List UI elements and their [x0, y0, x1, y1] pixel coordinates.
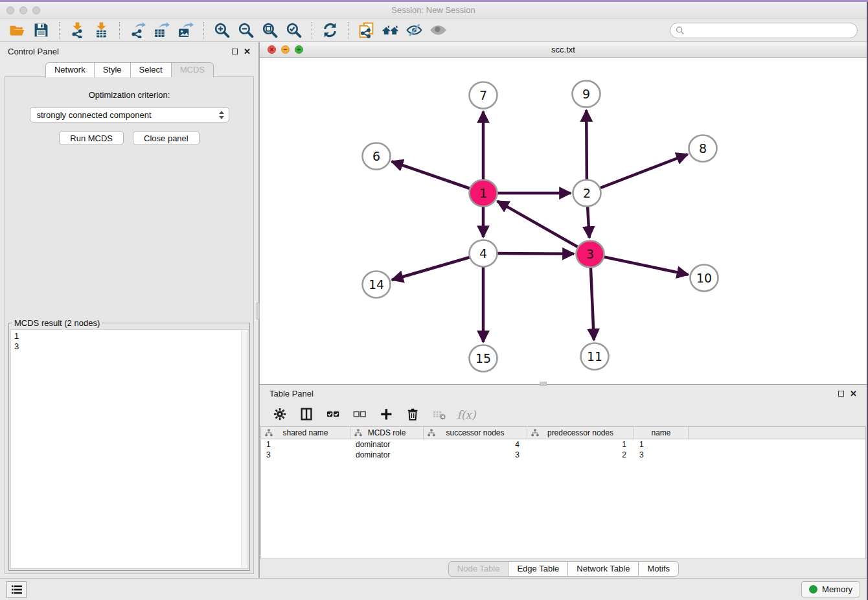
- table-panel-title: Table Panel: [269, 389, 314, 398]
- table-tab-motifs[interactable]: Motifs: [638, 561, 679, 577]
- table-tab-network-table[interactable]: Network Table: [567, 561, 639, 577]
- close-table-panel-icon[interactable]: ✕: [850, 389, 857, 398]
- search-input[interactable]: [685, 24, 857, 37]
- toolbar-group: [210, 21, 306, 40]
- column-header-shared-name[interactable]: shared name: [261, 427, 350, 439]
- node-7[interactable]: 7: [470, 82, 497, 109]
- control-panel-tabs: NetworkStyleSelectMCDS: [0, 62, 258, 77]
- cell-MCDS-role[interactable]: dominator: [350, 439, 424, 450]
- add-row-button[interactable]: [378, 406, 395, 423]
- run-mcds-button[interactable]: Run MCDS: [59, 131, 124, 145]
- deselect-all-button[interactable]: [352, 406, 369, 423]
- export-network-button[interactable]: [126, 21, 150, 40]
- column-header-successor-nodes[interactable]: successor nodes: [424, 427, 527, 439]
- search-box[interactable]: [670, 23, 858, 38]
- splitter-handle[interactable]: [257, 303, 260, 319]
- control-tab-select[interactable]: Select: [130, 62, 172, 77]
- network-window: × − + scc.txt 1234678910111415: [260, 42, 867, 385]
- node-label: 15: [475, 351, 491, 365]
- delete-row-button[interactable]: [405, 406, 422, 423]
- cell-shared-name[interactable]: 1: [261, 439, 350, 450]
- toolbar-separator: [119, 22, 120, 39]
- column-header-name[interactable]: name: [634, 427, 689, 439]
- node-3[interactable]: 3: [577, 241, 604, 268]
- column-header-filler: [689, 427, 865, 439]
- node-1[interactable]: 1: [470, 180, 497, 207]
- edge-3-1[interactable]: [497, 201, 590, 254]
- close-panel-button[interactable]: Close panel: [133, 131, 200, 145]
- table-row[interactable]: 1dominator411: [261, 439, 865, 450]
- toolbar-group: [126, 21, 198, 40]
- zoom-out-button[interactable]: [234, 21, 258, 40]
- import-table-button[interactable]: [89, 21, 113, 40]
- mcds-result-textarea[interactable]: 1 3: [10, 329, 248, 569]
- control-tab-network[interactable]: Network: [45, 62, 95, 77]
- control-panel: Control Panel ✕ NetworkStyleSelectMCDS O…: [0, 42, 260, 578]
- criterion-select[interactable]: strongly connected component: [30, 107, 229, 122]
- cell-predecessor-nodes[interactable]: 2: [527, 450, 634, 460]
- edge-2-8[interactable]: [587, 154, 688, 193]
- node-10[interactable]: 10: [691, 265, 718, 292]
- function-builder-icon: f(x): [457, 408, 475, 421]
- select-stepper-icon: [219, 111, 224, 119]
- main-area: Control Panel ✕ NetworkStyleSelectMCDS O…: [0, 42, 867, 578]
- column-header-MCDS-role[interactable]: MCDS role: [350, 427, 424, 439]
- new-network-from-selection-button[interactable]: [354, 21, 378, 40]
- close-panel-icon[interactable]: ✕: [244, 47, 251, 56]
- split-view-button[interactable]: [299, 406, 315, 423]
- float-panel-icon[interactable]: [232, 49, 238, 54]
- table-tab-node-table[interactable]: Node Table: [448, 561, 509, 577]
- open-session-button[interactable]: [5, 21, 29, 40]
- settings-icon: [273, 408, 288, 422]
- node-14[interactable]: 14: [363, 271, 391, 298]
- zoom-in-button[interactable]: [210, 21, 234, 40]
- network-canvas[interactable]: 1234678910111415: [260, 58, 867, 384]
- show-all-button[interactable]: [426, 21, 450, 40]
- node-6[interactable]: 6: [363, 143, 391, 170]
- settings-button[interactable]: [272, 406, 289, 423]
- zoom-fit-icon: [262, 22, 278, 38]
- node-9[interactable]: 9: [573, 81, 600, 108]
- table-tab-edge-table[interactable]: Edge Table: [508, 561, 568, 577]
- column-label: successor nodes: [446, 428, 504, 437]
- import-network-button[interactable]: [65, 21, 89, 40]
- control-tab-mcds[interactable]: MCDS: [171, 62, 214, 77]
- task-history-button[interactable]: [6, 581, 27, 598]
- delete-row-icon: [406, 408, 420, 422]
- view-splitter-knob[interactable]: [540, 382, 547, 386]
- save-session-button[interactable]: [29, 21, 53, 40]
- node-2[interactable]: 2: [573, 180, 601, 207]
- cell-MCDS-role[interactable]: dominator: [350, 450, 424, 460]
- node-15[interactable]: 15: [470, 345, 497, 372]
- node-4[interactable]: 4: [470, 240, 497, 267]
- export-table-icon: [154, 22, 170, 38]
- edge-3-10[interactable]: [590, 254, 689, 275]
- first-neighbors-button[interactable]: [378, 21, 402, 40]
- column-header-predecessor-nodes[interactable]: predecessor nodes: [527, 427, 634, 439]
- cell-successor-nodes[interactable]: 3: [424, 450, 527, 460]
- cell-name[interactable]: 1: [634, 439, 689, 450]
- memory-button[interactable]: Memory: [801, 581, 860, 597]
- cell-name[interactable]: 3: [634, 450, 689, 460]
- zoom-selected-button[interactable]: [282, 21, 306, 40]
- cell-successor-nodes[interactable]: 4: [424, 439, 527, 450]
- zoom-fit-button[interactable]: [258, 21, 282, 40]
- node-label: 7: [479, 88, 487, 102]
- node-11[interactable]: 11: [581, 343, 609, 370]
- hide-selected-button[interactable]: [402, 21, 426, 40]
- export-table-button[interactable]: [150, 21, 174, 40]
- result-scrollbar[interactable]: [241, 330, 247, 568]
- function-builder-button[interactable]: f(x): [458, 406, 475, 423]
- cell-predecessor-nodes[interactable]: 1: [527, 439, 634, 450]
- refresh-button[interactable]: [318, 21, 342, 40]
- select-all-button[interactable]: [325, 406, 342, 423]
- add-row-icon: [380, 408, 394, 422]
- control-tab-style[interactable]: Style: [94, 62, 131, 77]
- table-row[interactable]: 3dominator323: [261, 450, 865, 460]
- delete-table-button[interactable]: [431, 406, 448, 423]
- float-table-panel-icon[interactable]: [838, 391, 844, 397]
- export-image-button[interactable]: [174, 21, 198, 40]
- node-8[interactable]: 8: [689, 135, 717, 162]
- column-type-icon: [428, 429, 435, 437]
- cell-shared-name[interactable]: 3: [261, 450, 350, 460]
